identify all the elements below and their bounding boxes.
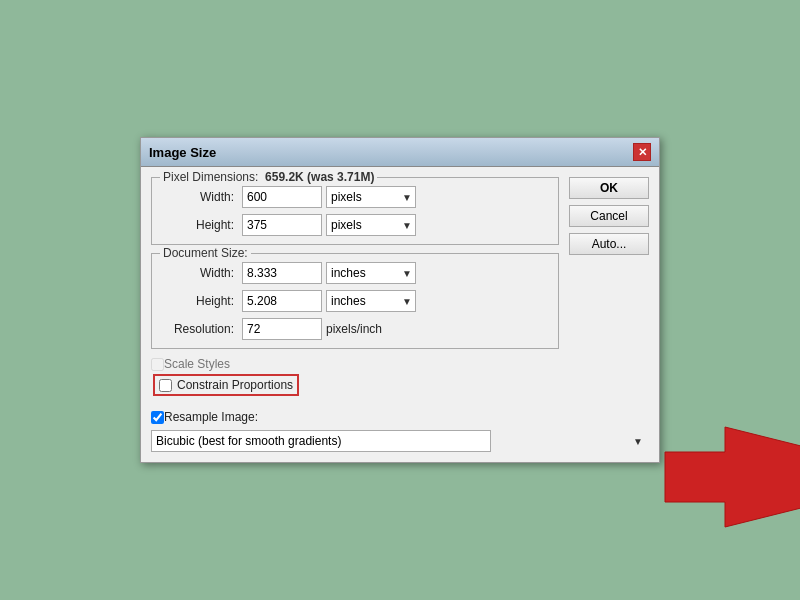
auto-button[interactable]: Auto... — [569, 233, 649, 255]
resample-row: Resample Image: — [151, 410, 649, 424]
document-size-label: Document Size: — [160, 246, 251, 260]
pixel-width-unit-wrapper: pixels percent ▼ — [326, 186, 416, 208]
doc-width-row: Width: inches cm mm pixels points picas … — [162, 262, 548, 284]
red-arrow — [645, 417, 800, 537]
resample-label: Resample Image: — [164, 410, 258, 424]
resolution-unit: pixels/inch — [326, 322, 382, 336]
svg-marker-0 — [665, 427, 800, 527]
scale-styles-checkbox[interactable] — [151, 358, 164, 371]
ok-button[interactable]: OK — [569, 177, 649, 199]
pixel-dimensions-group: Pixel Dimensions: 659.2K (was 3.71M) Wid… — [151, 177, 559, 245]
pixel-height-unit-wrapper: pixels percent ▼ — [326, 214, 416, 236]
doc-height-unit-wrapper: inches cm mm pixels points picas percent… — [326, 290, 416, 312]
resample-select-arrow: ▼ — [633, 436, 643, 447]
constrain-proportions-row: Constrain Proportions — [151, 374, 559, 396]
scale-styles-row: Scale Styles — [151, 357, 559, 371]
doc-width-unit-wrapper: inches cm mm pixels points picas percent… — [326, 262, 416, 284]
bottom-section: Resample Image: Bicubic (best for smooth… — [141, 410, 659, 462]
resample-checkbox[interactable] — [151, 411, 164, 424]
pixel-height-label: Height: — [162, 218, 242, 232]
right-panel: OK Cancel Auto... — [569, 177, 649, 400]
pixel-width-input[interactable] — [242, 186, 322, 208]
resolution-row: Resolution: pixels/inch — [162, 318, 548, 340]
doc-height-input[interactable] — [242, 290, 322, 312]
cancel-button[interactable]: Cancel — [569, 205, 649, 227]
doc-height-label: Height: — [162, 294, 242, 308]
pixel-width-label: Width: — [162, 190, 242, 204]
doc-width-unit-select[interactable]: inches cm mm pixels points picas percent — [326, 262, 416, 284]
constrain-proportions-highlight: Constrain Proportions — [153, 374, 299, 396]
dialog-title: Image Size — [149, 145, 216, 160]
pixel-width-row: Width: pixels percent ▼ — [162, 186, 548, 208]
doc-width-label: Width: — [162, 266, 242, 280]
constrain-proportions-label: Constrain Proportions — [177, 378, 293, 392]
resample-select-wrapper: Bicubic (best for smooth gradients) Bicu… — [151, 430, 649, 452]
dialog-body: Pixel Dimensions: 659.2K (was 3.71M) Wid… — [141, 167, 659, 410]
pixel-height-input[interactable] — [242, 214, 322, 236]
document-size-group: Document Size: Width: inches cm mm pixel… — [151, 253, 559, 349]
pixel-dimensions-value: 659.2K (was 3.71M) — [265, 170, 374, 184]
resample-select[interactable]: Bicubic (best for smooth gradients) Bicu… — [151, 430, 491, 452]
pixel-height-row: Height: pixels percent ▼ — [162, 214, 548, 236]
doc-width-input[interactable] — [242, 262, 322, 284]
doc-height-unit-select[interactable]: inches cm mm pixels points picas percent — [326, 290, 416, 312]
pixel-width-unit-select[interactable]: pixels percent — [326, 186, 416, 208]
resolution-input[interactable] — [242, 318, 322, 340]
left-panel: Pixel Dimensions: 659.2K (was 3.71M) Wid… — [151, 177, 559, 400]
pixel-height-unit-select[interactable]: pixels percent — [326, 214, 416, 236]
pixel-dimensions-label: Pixel Dimensions: 659.2K (was 3.71M) — [160, 170, 377, 184]
image-size-dialog: Image Size ✕ Pixel Dimensions: 659.2K (w… — [140, 137, 660, 463]
doc-height-row: Height: inches cm mm pixels points picas… — [162, 290, 548, 312]
title-bar: Image Size ✕ — [141, 138, 659, 167]
close-button[interactable]: ✕ — [633, 143, 651, 161]
resolution-label: Resolution: — [162, 322, 242, 336]
scale-styles-label: Scale Styles — [164, 357, 230, 371]
constrain-proportions-checkbox[interactable] — [159, 379, 172, 392]
